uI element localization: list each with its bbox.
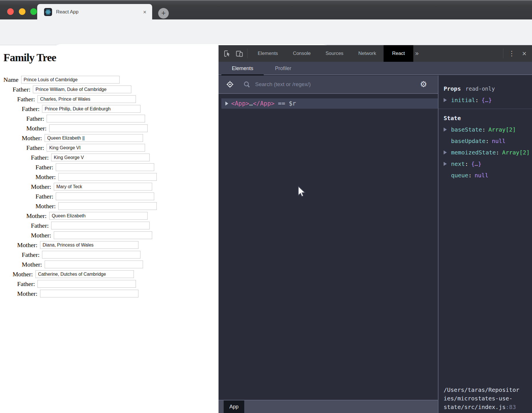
detail-key: queue	[451, 172, 468, 179]
state-section-header: State	[444, 112, 532, 124]
new-tab-button[interactable]: +	[158, 8, 169, 19]
father-input[interactable]	[42, 251, 140, 259]
expand-triangle-icon[interactable]	[225, 102, 228, 106]
father-label: Father:	[22, 105, 39, 113]
mother-input[interactable]	[58, 202, 157, 210]
detail-key: next	[451, 160, 465, 167]
devtools-toolbar: ElementsConsoleSourcesNetworkReact » ⋮ ×	[219, 45, 532, 62]
mother-input[interactable]	[35, 270, 134, 278]
father-input[interactable]	[56, 163, 154, 171]
mother-input[interactable]	[49, 212, 148, 220]
gear-icon[interactable]: ⚙	[420, 80, 427, 89]
window-minimize-button[interactable]	[19, 8, 25, 15]
devtools-close-icon[interactable]: ×	[520, 49, 529, 58]
mother-input[interactable]	[40, 290, 138, 297]
mother-label: Mother:	[35, 202, 56, 210]
select-component-icon[interactable]	[226, 80, 234, 88]
mother-input[interactable]	[45, 261, 143, 268]
mother-label: Mother:	[17, 290, 37, 297]
detail-row-next[interactable]: next:{…}	[444, 158, 532, 170]
form-row: Mother:	[13, 270, 219, 278]
father-input[interactable]	[47, 144, 145, 152]
more-tabs-icon[interactable]: »	[415, 50, 418, 57]
form-row: Mother:	[35, 202, 219, 210]
colon: :	[475, 97, 479, 104]
father-input[interactable]	[33, 86, 131, 93]
tree-row-app[interactable]: <App>…</App> == $r	[221, 98, 438, 109]
expand-triangle-icon[interactable]	[444, 98, 447, 102]
mother-input[interactable]	[54, 231, 152, 239]
detail-row-baseState[interactable]: baseState:Array[2]	[444, 124, 532, 135]
form-row: Father:	[13, 86, 219, 93]
father-input[interactable]	[51, 222, 150, 229]
tab-elements[interactable]: Elements	[221, 62, 264, 75]
device-toolbar-icon[interactable]	[235, 49, 244, 57]
window-zoom-button[interactable]	[30, 8, 37, 15]
window-close-button[interactable]	[7, 8, 14, 15]
react-devtools-subtabs: Elements Profiler	[219, 62, 532, 75]
detail-value: Array[2]	[488, 126, 516, 133]
mother-input[interactable]	[54, 183, 152, 190]
mother-input[interactable]	[58, 173, 157, 181]
inspect-element-icon[interactable]	[223, 49, 232, 57]
dollar-r-hint: == $r	[278, 100, 296, 107]
mother-input[interactable]	[45, 134, 143, 142]
component-open-tag: <App>	[231, 100, 249, 107]
form-row: Mother:	[26, 124, 219, 132]
detail-row-initial[interactable]: initial:{…}	[444, 94, 532, 106]
family-tree-form: NameFather:Father:Father:Father:Mother:M…	[0, 76, 219, 297]
detail-key: baseUpdate	[451, 138, 485, 144]
form-row: Father:	[31, 222, 219, 229]
devtools-tab-console[interactable]: Console	[285, 45, 318, 62]
father-input[interactable]	[42, 105, 140, 113]
mouse-cursor	[297, 186, 306, 198]
mother-input[interactable]	[49, 124, 148, 132]
devtools-tab-network[interactable]: Network	[351, 45, 384, 62]
name-label: Name	[3, 76, 19, 84]
page-content: Family Tree NameFather:Father:Father:Fat…	[0, 45, 219, 413]
breadcrumb-app[interactable]: App	[224, 400, 244, 413]
tab-close-icon[interactable]: ×	[143, 9, 146, 15]
detail-key: initial	[451, 97, 475, 104]
browser-tab[interactable]: React App ×	[37, 4, 152, 20]
father-input[interactable]	[47, 115, 145, 122]
colon: :	[496, 149, 499, 156]
detail-row-memoizedState[interactable]: memoizedState:Array[2]	[444, 147, 532, 158]
father-input[interactable]	[37, 280, 136, 288]
name-input[interactable]	[21, 76, 120, 84]
form-row: Mother:	[31, 183, 219, 190]
father-input[interactable]	[37, 95, 136, 103]
component-search-bar: ⚙	[219, 76, 438, 94]
expand-triangle-icon[interactable]	[444, 162, 447, 166]
react-favicon-icon	[44, 8, 52, 16]
father-label: Father:	[31, 222, 49, 229]
devtools-menu-icon[interactable]: ⋮	[507, 49, 516, 57]
devtools-tab-react[interactable]: React	[384, 45, 413, 62]
mother-input[interactable]	[40, 241, 138, 249]
source-path-line: ies/microstates-use-	[444, 394, 532, 403]
mother-label: Mother:	[35, 173, 56, 181]
detail-row-baseUpdate: baseUpdate:null	[444, 135, 532, 147]
form-row: Mother:	[22, 261, 219, 268]
expand-triangle-icon[interactable]	[444, 150, 447, 154]
form-row: Father:	[22, 251, 219, 259]
form-row: Father:	[35, 192, 219, 200]
devtools-tab-sources[interactable]: Sources	[318, 45, 351, 62]
devtools-tab-elements[interactable]: Elements	[250, 45, 285, 62]
father-input[interactable]	[51, 154, 150, 161]
tab-profiler[interactable]: Profiler	[267, 62, 299, 75]
source-path-line: state/src/index.js:83	[444, 403, 532, 411]
father-label: Father:	[17, 280, 35, 288]
father-input[interactable]	[56, 192, 154, 200]
father-label: Father:	[22, 251, 39, 259]
source-file-path[interactable]: /Users/taras/Repositories/microstates-us…	[444, 386, 532, 411]
form-row: Father:	[17, 280, 219, 288]
mother-label: Mother:	[31, 232, 51, 239]
mother-label: Mother:	[31, 183, 51, 190]
form-row: Mother:	[17, 241, 219, 249]
expand-triangle-icon[interactable]	[444, 128, 447, 132]
mother-label: Mother:	[22, 261, 42, 268]
component-tree-pane: ⚙ <App>…</App> == $r App	[219, 76, 438, 413]
search-input[interactable]	[255, 81, 392, 88]
father-label: Father:	[26, 144, 44, 152]
